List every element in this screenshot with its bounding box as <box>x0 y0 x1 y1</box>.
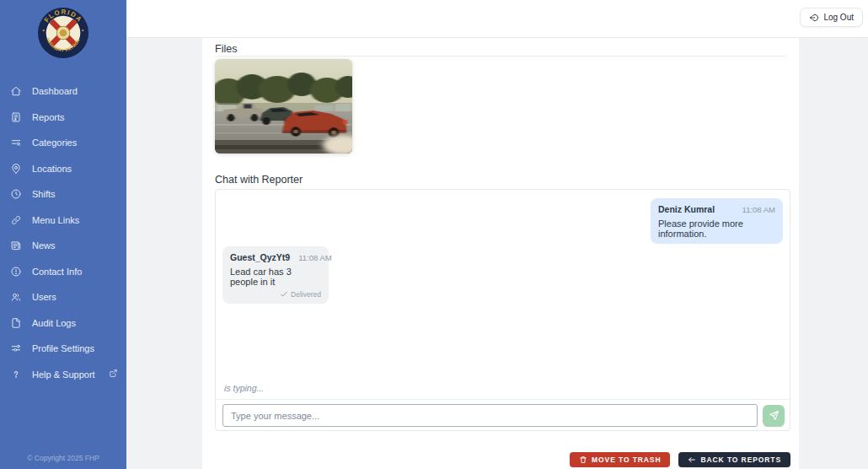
info-icon <box>10 266 22 278</box>
chat-message-outgoing: Deniz Kumral 11:08 AM Please provide mor… <box>651 198 783 244</box>
help-icon <box>10 369 22 380</box>
check-icon <box>280 290 288 299</box>
sidebar-item-menu-links[interactable]: Menu Links <box>0 208 126 234</box>
sidebar-item-label: Contact Info <box>32 267 82 277</box>
logout-button[interactable]: Log Out <box>800 8 863 27</box>
send-icon <box>769 410 780 421</box>
arrow-left-icon <box>688 456 696 464</box>
users-icon <box>10 291 22 303</box>
sidebar-item-label: Shifts <box>32 189 56 199</box>
message-status-label: Delivered <box>291 290 321 299</box>
news-icon <box>10 240 22 251</box>
sidebar-item-help-support[interactable]: Help & Support <box>0 362 126 388</box>
clock-icon <box>10 188 22 200</box>
sidebar-item-locations[interactable]: Locations <box>0 156 126 182</box>
files-divider <box>215 56 786 57</box>
send-button[interactable] <box>763 405 785 427</box>
move-to-trash-label: MOVE TO TRASH <box>592 456 661 464</box>
home-icon <box>10 85 22 97</box>
sidebar-nav: Dashboard Reports Categories Locations S… <box>0 78 126 387</box>
message-sender: Deniz Kumral <box>658 204 715 214</box>
message-status: Delivered <box>230 290 321 299</box>
file-attachment-thumbnail[interactable] <box>215 59 352 154</box>
sidebar-item-audit-logs[interactable]: Audit Logs <box>0 310 126 337</box>
sidebar-item-reports[interactable]: Reports <box>0 105 126 131</box>
files-heading: Files <box>215 43 237 55</box>
main-content: Files <box>202 38 799 469</box>
sidebar: FLORIDA HIGHWAY PATROL Dashboard Reports… <box>0 0 126 469</box>
sidebar-item-label: Help & Support <box>32 369 95 380</box>
sidebar-item-label: Audit Logs <box>32 318 76 328</box>
sidebar-item-dashboard[interactable]: Dashboard <box>0 78 126 105</box>
sidebar-item-users[interactable]: Users <box>0 284 126 310</box>
copyright-text: © Copyright 2025 FHP <box>0 454 126 462</box>
message-time: 11:08 AM <box>742 205 775 214</box>
logout-label: Log Out <box>823 13 854 22</box>
message-sender: Guest_QyzYt9 <box>230 252 290 262</box>
message-text: Please provide more information. <box>658 218 775 239</box>
move-to-trash-button[interactable]: MOVE TO TRASH <box>570 452 670 467</box>
chat-input-row <box>222 404 785 427</box>
chat-message-incoming: Guest_QyzYt9 11:08 AM Lead car has 3 peo… <box>222 246 329 304</box>
external-link-icon <box>109 369 118 380</box>
back-to-reports-button[interactable]: BACK TO REPORTS <box>678 452 790 467</box>
logout-icon <box>809 13 819 23</box>
profile-settings-icon <box>10 342 22 354</box>
chat-input-divider <box>216 399 790 400</box>
highway-cars-photo <box>215 59 352 154</box>
message-time: 11:08 AM <box>298 253 331 262</box>
sidebar-item-label: Locations <box>32 164 72 174</box>
typing-indicator: is typing... <box>224 383 264 393</box>
sidebar-item-label: Reports <box>32 112 65 122</box>
chat-panel: Deniz Kumral 11:08 AM Please provide mor… <box>215 189 790 431</box>
sidebar-item-label: Menu Links <box>32 215 79 225</box>
audit-log-icon <box>10 317 22 329</box>
sidebar-item-news[interactable]: News <box>0 233 126 259</box>
categories-icon <box>10 137 22 148</box>
reports-icon <box>10 111 22 123</box>
topbar: Log Out <box>126 0 868 38</box>
sidebar-item-categories[interactable]: Categories <box>0 130 126 156</box>
sidebar-item-label: News <box>32 240 56 251</box>
sidebar-item-profile-settings[interactable]: Profile Settings <box>0 336 126 362</box>
location-pin-icon <box>10 163 22 175</box>
back-to-reports-label: BACK TO REPORTS <box>700 456 781 464</box>
message-text: Lead car has 3 people in it <box>230 267 321 287</box>
message-input[interactable] <box>222 404 758 427</box>
link-icon <box>10 214 22 226</box>
sidebar-item-label: Dashboard <box>32 86 78 96</box>
report-actions: MOVE TO TRASH BACK TO REPORTS <box>570 452 790 467</box>
sidebar-item-contact-info[interactable]: Contact Info <box>0 259 126 285</box>
fhp-badge-icon: FLORIDA HIGHWAY PATROL <box>37 7 89 59</box>
chat-heading: Chat with Reporter <box>215 174 303 186</box>
fhp-logo: FLORIDA HIGHWAY PATROL <box>0 7 126 59</box>
sidebar-item-label: Profile Settings <box>32 343 94 353</box>
sidebar-item-label: Categories <box>32 137 77 148</box>
sidebar-item-label: Users <box>32 292 56 302</box>
sidebar-item-shifts[interactable]: Shifts <box>0 181 126 208</box>
trash-icon <box>579 456 587 464</box>
